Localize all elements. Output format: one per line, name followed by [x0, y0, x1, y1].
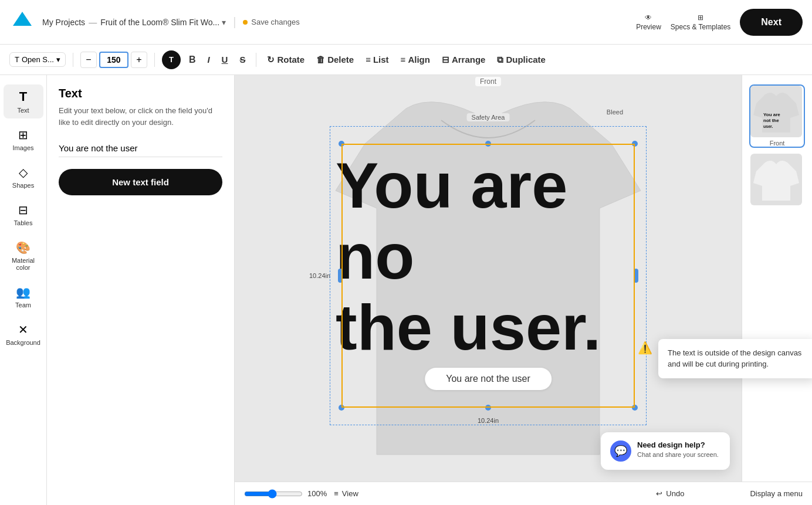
save-changes-button[interactable]: Save changes: [243, 18, 299, 26]
delete-label: Delete: [327, 55, 354, 65]
separator-2: [154, 53, 155, 67]
specs-templates-button[interactable]: ⊞ Specs & Templates: [671, 13, 731, 31]
handle-bottom-middle[interactable]: [485, 405, 491, 411]
arrange-icon: ⊟: [442, 55, 449, 65]
eye-icon: 👁: [645, 13, 652, 22]
handle-top-right[interactable]: [632, 141, 638, 147]
handle-top-middle[interactable]: [485, 141, 491, 147]
tables-icon: ⊟: [18, 203, 28, 217]
sidebar-images-label: Images: [12, 144, 33, 151]
specs-templates-label: Specs & Templates: [671, 23, 731, 31]
font-size-decrease-button[interactable]: −: [80, 52, 97, 68]
chat-description: Chat and share your screen.: [637, 450, 719, 459]
breadcrumb-sep: —: [89, 18, 97, 27]
background-icon: ✕: [18, 323, 28, 337]
duplicate-button[interactable]: ⧉ Duplicate: [493, 52, 549, 67]
trash-icon: 🗑: [316, 55, 325, 65]
save-label: Save changes: [251, 18, 299, 26]
view-button[interactable]: ≡ View: [334, 489, 358, 498]
front-label: Front: [475, 77, 501, 86]
toolbar: T Open S... ▾ − + T B I U S ↻ Rotate 🗑 D…: [0, 45, 812, 75]
sidebar-item-shapes[interactable]: ◇ Shapes: [4, 161, 43, 194]
logo: [9, 9, 35, 35]
canvas-viewport: Front Safety Area Bleed 10.24in 10.24in: [235, 75, 742, 482]
thumbnail-back[interactable]: [749, 152, 805, 209]
sidebar-item-team[interactable]: 👥 Team: [4, 280, 43, 313]
small-text-display[interactable]: You are not the user: [425, 368, 552, 390]
delete-button[interactable]: 🗑 Delete: [313, 52, 357, 67]
undo-button[interactable]: ↩ Undo: [656, 489, 684, 498]
project-name[interactable]: Fruit of the Loom® Slim Fit Wo... ▾: [100, 18, 226, 27]
sidebar-item-background[interactable]: ✕ Background: [4, 318, 43, 351]
text-edit-input[interactable]: [59, 140, 222, 157]
font-name: Open S...: [22, 55, 54, 64]
tshirt-wrapper: Front Safety Area Bleed 10.24in 10.24in: [318, 75, 658, 484]
canvas-area[interactable]: Front Safety Area Bleed 10.24in 10.24in: [235, 75, 812, 505]
material-color-icon: 🎨: [16, 240, 31, 255]
rotate-label: Rotate: [277, 55, 304, 65]
handle-top-left[interactable]: [339, 141, 344, 147]
divider: |: [233, 15, 236, 29]
save-dot-icon: [243, 20, 248, 25]
warning-tooltip: The text is outside of the design canvas…: [658, 339, 812, 378]
svg-text:not the: not the: [763, 118, 779, 123]
font-size-increase-button[interactable]: +: [131, 52, 147, 68]
handle-right-middle[interactable]: [634, 269, 638, 283]
bold-button[interactable]: B: [185, 52, 199, 67]
bottom-bar: 100% ≡ View ↩ Undo Display a menu: [235, 482, 812, 505]
thumbnail-panel: You are not the user. Front: [742, 75, 812, 482]
panel-title: Text: [59, 87, 222, 100]
italic-button[interactable]: I: [204, 52, 213, 67]
align-label: Align: [408, 55, 430, 65]
warning-icon[interactable]: ⚠️: [638, 341, 652, 355]
design-area[interactable]: Safety Area Bleed 10.24in 10.24in You ar…: [341, 144, 635, 408]
list-icon: ≡: [366, 55, 371, 65]
thumb-tshirt-svg: You are not the user.: [750, 86, 802, 137]
dimension-horizontal-label: 10.24in: [478, 417, 499, 424]
sidebar-team-label: Team: [15, 301, 31, 309]
new-text-field-button[interactable]: New text field: [59, 169, 222, 195]
chat-bubble[interactable]: 💬 Need design help? Chat and share your …: [601, 432, 730, 470]
svg-text:user.: user.: [763, 124, 773, 128]
safety-area-label: Safety Area: [467, 113, 510, 121]
sidebar-item-text[interactable]: T Text: [4, 84, 43, 118]
sidebar-item-images[interactable]: ⊞ Images: [4, 123, 43, 156]
thumbnail-back-image: [750, 154, 802, 205]
underline-button[interactable]: U: [218, 52, 232, 67]
text-icon: T: [19, 89, 27, 104]
sidebar-item-tables[interactable]: ⊟ Tables: [4, 198, 43, 231]
chat-text: Need design help? Chat and share your sc…: [637, 440, 719, 459]
handle-left-middle[interactable]: [338, 269, 343, 283]
big-text-display[interactable]: You are no the user.: [336, 150, 658, 362]
thumbnail-front[interactable]: You are not the user. Front: [749, 84, 805, 148]
view-icon: ≡: [334, 489, 339, 498]
undo-icon: ↩: [656, 489, 662, 498]
zoom-percentage: 100%: [307, 489, 327, 498]
sidebar-item-material-color[interactable]: 🎨 Material color: [4, 236, 43, 276]
arrange-button[interactable]: ⊟ Arrange: [438, 52, 489, 67]
handle-bottom-left[interactable]: [339, 405, 344, 411]
shapes-icon: ◇: [19, 165, 28, 179]
handle-bottom-right[interactable]: [632, 405, 638, 411]
align-button[interactable]: ≡ Align: [397, 52, 434, 67]
zoom-slider[interactable]: [244, 489, 303, 499]
undo-label: Undo: [666, 489, 684, 498]
team-icon: 👥: [16, 285, 31, 299]
rotate-button[interactable]: ↻ Rotate: [263, 52, 308, 67]
font-size-input[interactable]: [99, 52, 128, 68]
thumb-back-tshirt-svg: [750, 154, 802, 205]
text-color-button[interactable]: T: [162, 50, 181, 69]
grid-icon: ⊞: [698, 13, 703, 22]
projects-link[interactable]: My Projects: [42, 18, 85, 27]
rotate-icon: ↻: [267, 55, 275, 65]
breadcrumb: My Projects — Fruit of the Loom® Slim Fi…: [42, 18, 226, 27]
list-button[interactable]: ≡ List: [362, 52, 392, 67]
big-text-line1: You are no: [336, 150, 658, 292]
display-menu-button[interactable]: Display a menu: [750, 489, 803, 498]
big-text-line2: the user.: [336, 292, 658, 362]
next-button[interactable]: Next: [740, 9, 803, 36]
font-selector[interactable]: T Open S... ▾: [9, 52, 66, 67]
preview-button[interactable]: 👁 Preview: [636, 13, 661, 31]
align-icon: ≡: [401, 55, 406, 65]
strikethrough-button[interactable]: S: [236, 52, 249, 67]
